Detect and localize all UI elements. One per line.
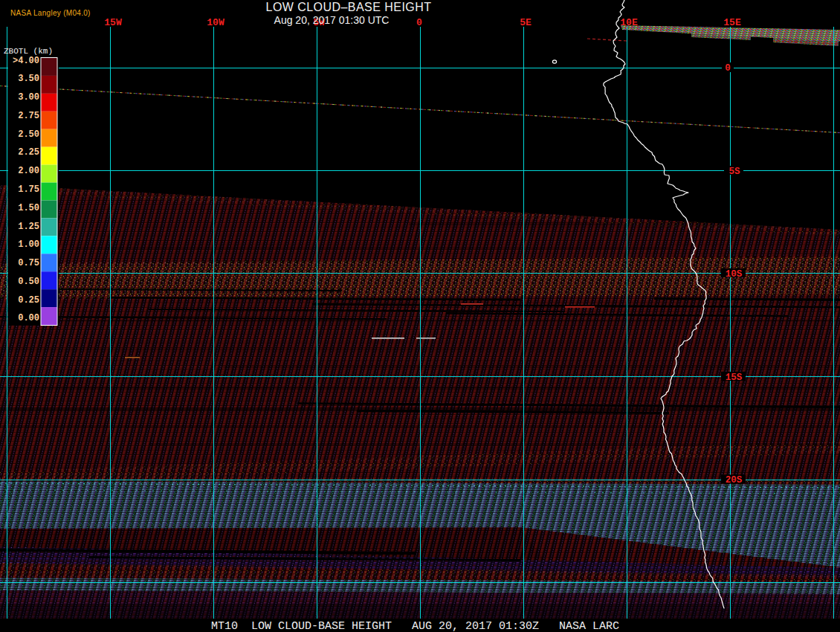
svg-text:3.50: 3.50 xyxy=(18,74,39,84)
svg-text:20S: 20S xyxy=(726,475,743,486)
svg-text:LOW CLOUD–BASE HEIGHT: LOW CLOUD–BASE HEIGHT xyxy=(266,1,432,13)
svg-text:0: 0 xyxy=(416,17,422,28)
svg-text:0.75: 0.75 xyxy=(18,258,39,268)
svg-text:>4.00: >4.00 xyxy=(13,56,39,66)
svg-text:10S: 10S xyxy=(726,269,743,280)
svg-text:10W: 10W xyxy=(207,17,224,28)
svg-text:1.75: 1.75 xyxy=(18,184,39,195)
svg-text:2.50: 2.50 xyxy=(18,129,39,140)
svg-text:1.00: 1.00 xyxy=(18,239,39,250)
svg-text:0.00: 0.00 xyxy=(18,313,39,323)
svg-text:ZBOTL (km): ZBOTL (km) xyxy=(4,47,53,56)
svg-text:15S: 15S xyxy=(726,373,743,383)
svg-text:NASA Langley (M04.0): NASA Langley (M04.0) xyxy=(10,9,91,17)
svg-text:2.25: 2.25 xyxy=(18,147,39,158)
svg-text:2.75: 2.75 xyxy=(18,111,39,121)
svg-text:0: 0 xyxy=(725,63,731,74)
svg-text:1.50: 1.50 xyxy=(18,203,39,213)
svg-text:15E: 15E xyxy=(723,17,741,28)
svg-text:2.00: 2.00 xyxy=(18,166,39,176)
svg-text:5E: 5E xyxy=(520,17,532,28)
svg-text:Aug 20, 2017 01:30 UTC: Aug 20, 2017 01:30 UTC xyxy=(274,14,390,26)
svg-text:0.50: 0.50 xyxy=(18,277,39,287)
svg-text:3.00: 3.00 xyxy=(18,92,39,103)
svg-text:10E: 10E xyxy=(620,17,638,28)
svg-text:1.25: 1.25 xyxy=(18,222,39,232)
svg-text:5S: 5S xyxy=(728,167,740,177)
svg-text:15W: 15W xyxy=(104,17,122,28)
svg-text:MT10 LOW CLOUD-BASE HEIGHT: MT10 LOW CLOUD-BASE HEIGHT AUG 20, 2017 … xyxy=(211,620,619,632)
svg-text:0.25: 0.25 xyxy=(18,295,39,306)
